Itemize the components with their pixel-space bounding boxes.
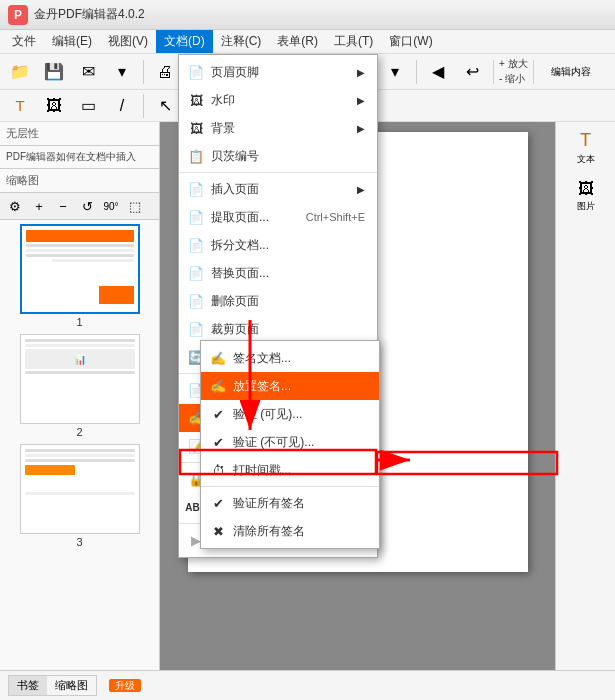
thumbnail-img-1 bbox=[20, 224, 140, 314]
sidebar-btn-num[interactable]: 90° bbox=[100, 195, 122, 217]
upgrade-badge[interactable]: 升级 bbox=[109, 679, 141, 692]
btn-undo[interactable]: ↩ bbox=[456, 58, 488, 86]
sidebar-toolbar: ⚙ + − ↺ 90° ⬚ bbox=[0, 193, 159, 220]
right-panel: T 文本 🖼 图片 bbox=[555, 122, 615, 670]
submenu-item-clear-all[interactable]: ✖ 清除所有签名 bbox=[201, 517, 379, 545]
timestamp-label: 打时间戳... bbox=[233, 462, 291, 479]
watermark-icon: 🖼 bbox=[187, 91, 205, 109]
submenu-item-verify-invisible[interactable]: ✔ 验证 (不可见)... bbox=[201, 428, 379, 456]
zoom-buttons: + 放大 - 缩小 bbox=[499, 57, 528, 86]
sidebar-btn-rotate[interactable]: ↺ bbox=[76, 195, 98, 217]
thumbnail-img-3 bbox=[20, 444, 140, 534]
sep7 bbox=[143, 94, 144, 118]
menu-file[interactable]: 文件 bbox=[4, 30, 44, 53]
title-bar: P 金丹PDF编辑器4.0.2 bbox=[0, 0, 615, 30]
btn-edit-content[interactable]: 编辑内容 bbox=[539, 58, 603, 86]
header-footer-icon: 📄 bbox=[187, 63, 205, 81]
menu-item-header-footer[interactable]: 📄 页眉页脚 ▶ bbox=[179, 58, 377, 86]
clear-all-label: 清除所有签名 bbox=[233, 523, 305, 540]
right-btn-text[interactable]: T 文本 bbox=[561, 126, 611, 170]
menu-view[interactable]: 视图(V) bbox=[100, 30, 156, 53]
menu-item-watermark[interactable]: 🖼 水印 ▶ bbox=[179, 86, 377, 114]
submenu-item-verify-visible[interactable]: ✔ 验证 (可见)... bbox=[201, 400, 379, 428]
bottom-tabs: 书签 缩略图 bbox=[8, 675, 97, 696]
btn-t[interactable]: T bbox=[4, 92, 36, 120]
sign-doc-icon: ✍ bbox=[209, 349, 227, 367]
background-icon: 🖼 bbox=[187, 119, 205, 137]
btn-dropdown3[interactable]: ▾ bbox=[379, 58, 411, 86]
split-icon: 📄 bbox=[187, 236, 205, 254]
submenu-item-verify-all[interactable]: ✔ 验证所有签名 bbox=[201, 489, 379, 517]
submenu-digital-sign: ✍ 签名文档... ✍ 放置签名... ✔ 验证 (可见)... ✔ 验证 (不… bbox=[200, 340, 380, 549]
replace-label: 替换页面... bbox=[211, 265, 365, 282]
btn-save[interactable]: 💾 bbox=[38, 58, 70, 86]
bottom-bar: 书签 缩略图 升级 bbox=[0, 670, 615, 700]
thumbnail-img-2: 📊 bbox=[20, 334, 140, 424]
menu-item-replace[interactable]: 📄 替换页面... bbox=[179, 259, 377, 287]
clear-all-icon: ✖ bbox=[209, 522, 227, 540]
verify-invisible-icon: ✔ bbox=[209, 433, 227, 451]
menu-form[interactable]: 表单(R) bbox=[269, 30, 326, 53]
menu-document[interactable]: 文档(D) bbox=[156, 30, 213, 53]
menu-item-extract[interactable]: 📄 提取页面... Ctrl+Shift+E bbox=[179, 203, 377, 231]
watermark-arrow: ▶ bbox=[357, 95, 365, 106]
btn-email[interactable]: ✉ bbox=[72, 58, 104, 86]
insert-page-icon: 📄 bbox=[187, 180, 205, 198]
tab-thumbnails[interactable]: 缩略图 bbox=[47, 676, 96, 695]
menu-comment[interactable]: 注释(C) bbox=[213, 30, 270, 53]
sep-1 bbox=[179, 172, 377, 173]
menu-tools[interactable]: 工具(T) bbox=[326, 30, 381, 53]
menu-window[interactable]: 窗口(W) bbox=[381, 30, 440, 53]
right-btn-img[interactable]: 🖼 图片 bbox=[561, 174, 611, 218]
sign-doc-label: 签名文档... bbox=[233, 350, 291, 367]
submenu-sep bbox=[201, 486, 379, 487]
sidebar-btn-remove[interactable]: − bbox=[52, 195, 74, 217]
btn-print[interactable]: 🖨 bbox=[149, 58, 181, 86]
submenu-item-timestamp[interactable]: ⏱ 打时间戳... bbox=[201, 456, 379, 484]
bates-label: 贝茨编号 bbox=[211, 148, 365, 165]
delete-page-label: 删除页面 bbox=[211, 293, 365, 310]
menu-edit[interactable]: 编辑(E) bbox=[44, 30, 100, 53]
thumbnail-label-2: 2 bbox=[76, 426, 82, 438]
extract-label: 提取页面... bbox=[211, 209, 280, 226]
thumbnail-page-3[interactable]: 3 bbox=[4, 444, 155, 548]
btn-dropdown1[interactable]: ▾ bbox=[106, 58, 138, 86]
verify-all-icon: ✔ bbox=[209, 494, 227, 512]
app-title: 金丹PDF编辑器4.0.2 bbox=[34, 6, 145, 23]
menu-item-delete-page[interactable]: 📄 删除页面 bbox=[179, 287, 377, 315]
menu-item-split[interactable]: 📄 拆分文档... bbox=[179, 231, 377, 259]
thumbnail-page-2[interactable]: 📊 2 bbox=[4, 334, 155, 438]
btn-line[interactable]: / bbox=[106, 92, 138, 120]
background-label: 背景 bbox=[211, 120, 347, 137]
tab-bookmarks[interactable]: 书签 bbox=[9, 676, 47, 695]
sep5 bbox=[493, 60, 494, 84]
menu-item-background[interactable]: 🖼 背景 ▶ bbox=[179, 114, 377, 142]
btn-folder[interactable]: 📁 bbox=[4, 58, 36, 86]
btn-img[interactable]: 🖼 bbox=[38, 92, 70, 120]
zoom-in-label[interactable]: + 放大 bbox=[499, 57, 528, 71]
sep4 bbox=[416, 60, 417, 84]
sidebar-btn-expand[interactable]: ⬚ bbox=[124, 195, 146, 217]
verify-visible-label: 验证 (可见)... bbox=[233, 406, 302, 423]
sidebar-btn-add[interactable]: + bbox=[28, 195, 50, 217]
app-icon: P bbox=[8, 5, 28, 25]
split-label: 拆分文档... bbox=[211, 237, 365, 254]
zoom-out-label[interactable]: - 缩小 bbox=[499, 72, 528, 86]
sidebar-btn-settings[interactable]: ⚙ bbox=[4, 195, 26, 217]
sep6 bbox=[533, 60, 534, 84]
no-layers-label: 无层性 bbox=[0, 122, 159, 146]
submenu-item-sign-doc[interactable]: ✍ 签名文档... bbox=[201, 344, 379, 372]
btn-prev[interactable]: ◀ bbox=[422, 58, 454, 86]
btn-shape[interactable]: ▭ bbox=[72, 92, 104, 120]
header-footer-label: 页眉页脚 bbox=[211, 64, 347, 81]
btn-select[interactable]: ↖ bbox=[149, 92, 181, 120]
insert-page-arrow: ▶ bbox=[357, 184, 365, 195]
menu-item-insert-page[interactable]: 📄 插入页面 ▶ bbox=[179, 175, 377, 203]
submenu-item-place-sign[interactable]: ✍ 放置签名... bbox=[201, 372, 379, 400]
verify-visible-icon: ✔ bbox=[209, 405, 227, 423]
thumbnail-page-1[interactable]: 1 bbox=[4, 224, 155, 328]
bates-icon: 📋 bbox=[187, 147, 205, 165]
sep1 bbox=[143, 60, 144, 84]
menu-item-bates[interactable]: 📋 贝茨编号 bbox=[179, 142, 377, 170]
menu-item-crop[interactable]: 📄 裁剪页面 bbox=[179, 315, 377, 343]
